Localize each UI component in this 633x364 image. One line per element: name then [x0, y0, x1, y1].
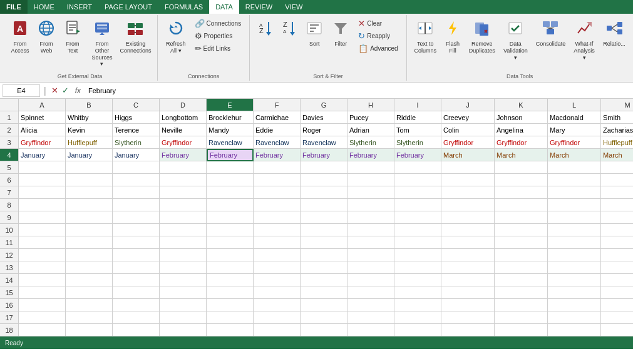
cell-k11[interactable] — [495, 236, 548, 249]
cell-j18[interactable] — [441, 324, 495, 336]
col-header-b[interactable]: B — [66, 99, 113, 111]
cell-h7[interactable] — [347, 186, 394, 199]
cell-h6[interactable] — [347, 174, 394, 186]
cell-f4[interactable]: February — [254, 149, 301, 161]
cell-e17[interactable] — [207, 311, 254, 324]
clear-button[interactable]: ✕ Clear — [355, 18, 401, 29]
sort-button[interactable]: Sort — [302, 18, 326, 49]
cell-a16[interactable] — [19, 299, 66, 311]
cell-c13[interactable] — [113, 261, 160, 274]
cell-c14[interactable] — [113, 274, 160, 286]
cell-a18[interactable] — [19, 324, 66, 336]
cell-b3[interactable]: Hufflepuff — [66, 136, 113, 149]
cell-e7[interactable] — [207, 186, 254, 199]
cell-a13[interactable] — [19, 261, 66, 274]
col-header-g[interactable]: G — [301, 99, 347, 111]
cancel-formula-button[interactable]: ✕ — [50, 86, 59, 95]
cell-l6[interactable] — [548, 174, 601, 186]
cell-a5[interactable] — [19, 161, 66, 174]
row-header-3[interactable]: 3 — [0, 136, 19, 149]
cell-j8[interactable] — [441, 199, 495, 211]
filter-button[interactable]: Filter — [329, 18, 353, 49]
cell-f3[interactable]: Ravenclaw — [254, 136, 301, 149]
row-header-6[interactable]: 6 — [0, 174, 19, 186]
cell-g13[interactable] — [301, 261, 347, 274]
cell-b7[interactable] — [66, 186, 113, 199]
cell-f9[interactable] — [254, 211, 301, 224]
col-header-a[interactable]: A — [19, 99, 66, 111]
cell-b13[interactable] — [66, 261, 113, 274]
cell-f10[interactable] — [254, 224, 301, 236]
cell-m7[interactable] — [601, 186, 633, 199]
cell-f2[interactable]: Eddie — [254, 124, 301, 136]
cell-k8[interactable] — [495, 199, 548, 211]
cell-k10[interactable] — [495, 224, 548, 236]
cell-i8[interactable] — [394, 199, 441, 211]
cell-k18[interactable] — [495, 324, 548, 336]
cell-g16[interactable] — [301, 299, 347, 311]
cell-j17[interactable] — [441, 311, 495, 324]
menu-formulas[interactable]: FORMULAS — [158, 0, 209, 14]
col-header-k[interactable]: K — [495, 99, 548, 111]
cell-i1[interactable]: Riddle — [394, 111, 441, 124]
cell-m16[interactable] — [601, 299, 633, 311]
cell-l2[interactable]: Mary — [548, 124, 601, 136]
cell-i11[interactable] — [394, 236, 441, 249]
cell-g6[interactable] — [301, 174, 347, 186]
cell-c18[interactable] — [113, 324, 160, 336]
cell-b5[interactable] — [66, 161, 113, 174]
col-header-m[interactable]: M — [601, 99, 633, 111]
cell-e14[interactable] — [207, 274, 254, 286]
cell-h14[interactable] — [347, 274, 394, 286]
menu-home[interactable]: HOME — [28, 0, 61, 14]
cell-f14[interactable] — [254, 274, 301, 286]
text-to-columns-button[interactable]: Text toColumns — [412, 18, 439, 56]
cell-f15[interactable] — [254, 286, 301, 299]
cell-l13[interactable] — [548, 261, 601, 274]
cell-c7[interactable] — [113, 186, 160, 199]
cell-l17[interactable] — [548, 311, 601, 324]
cell-l12[interactable] — [548, 249, 601, 261]
cell-i12[interactable] — [394, 249, 441, 261]
cell-m2[interactable]: Zacharias — [601, 124, 633, 136]
col-header-h[interactable]: H — [347, 99, 394, 111]
cell-a10[interactable] — [19, 224, 66, 236]
cell-d12[interactable] — [160, 249, 207, 261]
cell-m5[interactable] — [601, 161, 633, 174]
cell-m17[interactable] — [601, 311, 633, 324]
cell-k13[interactable] — [495, 261, 548, 274]
cell-b8[interactable] — [66, 199, 113, 211]
cell-a9[interactable] — [19, 211, 66, 224]
cell-c5[interactable] — [113, 161, 160, 174]
cell-d10[interactable] — [160, 224, 207, 236]
row-header-1[interactable]: 1 — [0, 111, 19, 124]
cell-j5[interactable] — [441, 161, 495, 174]
row-header-5[interactable]: 5 — [0, 161, 19, 174]
cell-a7[interactable] — [19, 186, 66, 199]
cell-a14[interactable] — [19, 274, 66, 286]
cell-j10[interactable] — [441, 224, 495, 236]
cell-i4[interactable]: February — [394, 149, 441, 161]
cell-j9[interactable] — [441, 211, 495, 224]
cell-b14[interactable] — [66, 274, 113, 286]
cell-g12[interactable] — [301, 249, 347, 261]
what-if-analysis-button[interactable]: What-IfAnalysis ▾ — [569, 18, 600, 63]
cell-g3[interactable]: Ravenclaw — [301, 136, 347, 149]
cell-l9[interactable] — [548, 211, 601, 224]
cell-e15[interactable] — [207, 286, 254, 299]
cell-d18[interactable] — [160, 324, 207, 336]
edit-links-button[interactable]: ✏ Edit Links — [192, 43, 245, 54]
cell-h15[interactable] — [347, 286, 394, 299]
cell-k14[interactable] — [495, 274, 548, 286]
col-header-l[interactable]: L — [548, 99, 601, 111]
cell-k16[interactable] — [495, 299, 548, 311]
cell-l3[interactable]: Gryffindor — [548, 136, 601, 149]
cell-h16[interactable] — [347, 299, 394, 311]
cell-k15[interactable] — [495, 286, 548, 299]
cell-i7[interactable] — [394, 186, 441, 199]
cell-f7[interactable] — [254, 186, 301, 199]
cell-a12[interactable] — [19, 249, 66, 261]
cell-l16[interactable] — [548, 299, 601, 311]
cell-l4[interactable]: March — [548, 149, 601, 161]
file-menu[interactable]: FILE — [0, 0, 28, 14]
